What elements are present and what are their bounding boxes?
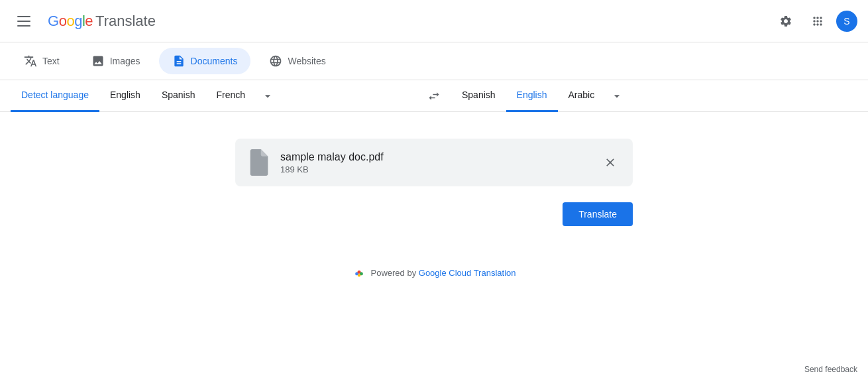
tab-text[interactable]: Text bbox=[11, 48, 73, 74]
main-content: sample malay doc.pdf 189 KB Translate Po… bbox=[0, 112, 868, 344]
target-lang-group: Spanish English Arabic bbox=[451, 80, 857, 112]
powered-by: Powered by Google Cloud Translation bbox=[353, 266, 516, 279]
tab-images[interactable]: Images bbox=[78, 48, 154, 74]
settings-button[interactable] bbox=[773, 8, 799, 34]
tab-documents[interactable]: Documents bbox=[159, 48, 251, 74]
tab-text-label: Text bbox=[42, 56, 60, 66]
tab-images-label: Images bbox=[110, 56, 140, 66]
gct-link[interactable]: Google Cloud Translation bbox=[419, 268, 516, 278]
image-icon bbox=[91, 54, 105, 68]
globe-icon bbox=[269, 54, 282, 68]
header: Google Translate S bbox=[0, 0, 868, 42]
translate-button[interactable]: Translate bbox=[563, 202, 633, 226]
file-size: 189 KB bbox=[280, 164, 384, 174]
logo-link[interactable]: Google Translate bbox=[48, 13, 156, 30]
file-card: sample malay doc.pdf 189 KB bbox=[235, 139, 633, 186]
source-lang-english[interactable]: English bbox=[99, 80, 151, 112]
file-info: sample malay doc.pdf 189 KB bbox=[248, 149, 384, 176]
translate-icon bbox=[24, 54, 37, 68]
swap-languages-button[interactable] bbox=[417, 84, 451, 108]
apps-button[interactable] bbox=[804, 8, 831, 34]
source-lang-spanish[interactable]: Spanish bbox=[151, 80, 206, 112]
tab-websites[interactable]: Websites bbox=[256, 48, 339, 74]
source-lang-french[interactable]: French bbox=[205, 80, 256, 112]
mode-tabs: Text Images Documents Websites bbox=[0, 42, 868, 80]
document-icon bbox=[172, 54, 186, 68]
header-right: S bbox=[773, 8, 857, 34]
hamburger-menu-button[interactable] bbox=[11, 8, 37, 34]
target-lang-more-button[interactable] bbox=[605, 84, 629, 108]
tab-websites-label: Websites bbox=[288, 56, 325, 66]
target-lang-arabic[interactable]: Arabic bbox=[558, 80, 606, 112]
powered-by-text: Powered by Google Cloud Translation bbox=[371, 268, 516, 278]
source-lang-detect[interactable]: Detect language bbox=[11, 80, 99, 112]
avatar[interactable]: S bbox=[836, 11, 857, 32]
gcp-icon bbox=[353, 266, 366, 279]
file-name: sample malay doc.pdf bbox=[280, 151, 384, 163]
logo-google-text: Google bbox=[48, 13, 93, 30]
source-lang-group: Detect language English Spanish French bbox=[11, 80, 417, 112]
header-left: Google Translate bbox=[11, 8, 156, 34]
svg-point-3 bbox=[357, 274, 360, 277]
file-icon bbox=[248, 149, 270, 176]
language-bar: Detect language English Spanish French S… bbox=[0, 80, 868, 112]
file-details: sample malay doc.pdf 189 KB bbox=[280, 151, 384, 174]
logo-translate-text: Translate bbox=[95, 13, 156, 30]
tab-documents-label: Documents bbox=[191, 56, 238, 66]
remove-file-button[interactable] bbox=[601, 153, 620, 172]
target-lang-english[interactable]: English bbox=[506, 80, 558, 112]
target-lang-spanish[interactable]: Spanish bbox=[451, 80, 506, 112]
source-lang-more-button[interactable] bbox=[256, 84, 280, 108]
